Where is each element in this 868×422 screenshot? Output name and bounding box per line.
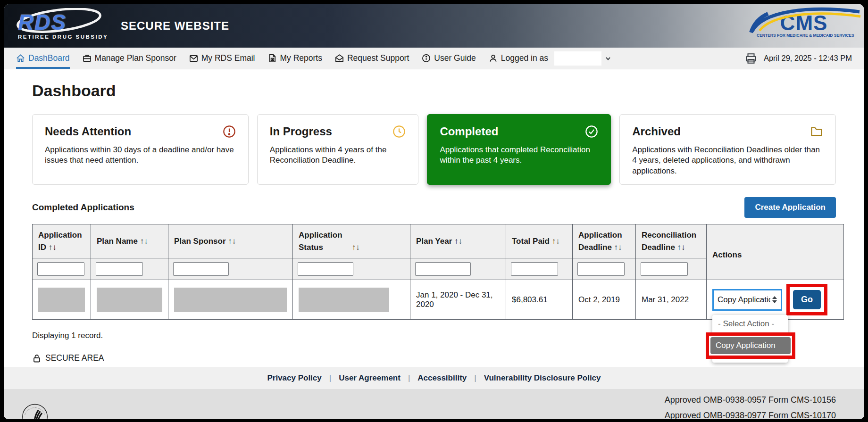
section-title: Completed Applications — [32, 202, 134, 213]
clock-icon — [392, 125, 406, 138]
footer-links: Privacy Policy | User Agreement | Access… — [4, 367, 864, 389]
home-icon — [16, 54, 25, 63]
col-plan-sponsor[interactable]: Plan Sponsor ↑↓ — [168, 224, 293, 258]
nav-label: My Reports — [280, 53, 322, 63]
filter-cell — [573, 258, 636, 280]
col-total-paid[interactable]: Total Paid ↑↓ — [506, 224, 573, 258]
logged-in-as-select[interactable] — [554, 51, 601, 66]
card-completed[interactable]: Completed Applications that completed Re… — [427, 114, 611, 185]
nav-label: DashBoard — [28, 53, 70, 63]
filter-input-plan-sponsor[interactable] — [173, 262, 229, 276]
col-plan-name[interactable]: Plan Name ↑↓ — [91, 224, 168, 258]
sort-icon[interactable]: ↑↓ — [454, 237, 462, 246]
nav-label: Manage Plan Sponsor — [95, 53, 176, 63]
lock-icon — [32, 354, 42, 363]
nav-item-request-support[interactable]: Request Support — [335, 48, 409, 69]
envelope-icon — [189, 54, 198, 63]
footer-link-accessibility[interactable]: Accessibility — [417, 373, 467, 383]
cell-total-paid: $6,803.61 — [506, 280, 573, 320]
card-archived[interactable]: Archived Applications with Reconciliatio… — [619, 114, 836, 185]
col-application-deadline[interactable]: Application Deadline ↑↓ — [573, 224, 636, 258]
card-desc: Applications within 30 days of a deadlin… — [45, 145, 236, 166]
chevron-down-icon — [605, 55, 611, 62]
filter-input-plan-year[interactable] — [415, 262, 471, 276]
nav-item-my-rds-email[interactable]: My RDS Email — [189, 48, 255, 69]
card-desc: Applications within 4 years of the Recon… — [270, 145, 406, 166]
nav-item-dashboard[interactable]: DashBoard — [16, 48, 70, 69]
footer-separator: | — [474, 373, 476, 383]
filter-cell — [636, 258, 707, 280]
footer-separator: | — [408, 373, 410, 383]
footer-link-privacy-policy[interactable]: Privacy Policy — [267, 373, 321, 383]
annotation-box-copy-application: Copy Application — [706, 332, 795, 359]
main-nav: DashBoard Manage Plan Sponsor My RDS Ema… — [4, 48, 864, 69]
nav-item-manage-plan-sponsor[interactable]: Manage Plan Sponsor — [83, 48, 176, 69]
table-row: Jan 1, 2020 - Dec 31, 2020 $6,803.61 Oct… — [33, 280, 844, 320]
filter-input-application-status[interactable] — [298, 262, 353, 276]
cms-arcs-icon — [743, 7, 861, 33]
sort-icon[interactable]: ↑↓ — [49, 243, 57, 252]
filter-input-application-id[interactable] — [37, 262, 84, 276]
table-section-head: Completed Applications Create Applicatio… — [32, 197, 836, 218]
nav-item-my-reports[interactable]: My Reports — [268, 48, 322, 69]
filter-cell — [168, 258, 293, 280]
check-circle-icon — [585, 125, 598, 138]
page-title: Dashboard — [32, 69, 836, 100]
cms-logo: CMS CENTERS FOR MEDICARE & MEDICAID SERV… — [757, 14, 851, 38]
sort-icon[interactable]: ↑↓ — [352, 243, 360, 252]
footer-link-vulnerability-disclosure[interactable]: Vulnerability Disclosure Policy — [484, 373, 601, 383]
col-reconciliation-deadline[interactable]: Reconciliation Deadline ↑↓ — [636, 224, 707, 258]
card-needs-attention[interactable]: Needs Attention Applications within 30 d… — [32, 114, 249, 185]
cell-application-status — [293, 280, 410, 320]
site-title: SECURE WEBSITE — [121, 19, 229, 33]
card-desc: Applications with Reconciliation Deadlin… — [632, 145, 823, 176]
dropdown-option-select-action[interactable]: - Select Action - — [712, 317, 788, 331]
sort-icon[interactable]: ↑↓ — [140, 237, 148, 246]
cell-reconciliation-deadline: Mar 31, 2022 — [636, 280, 707, 320]
col-application-status[interactable]: Application Status ↑↓ — [293, 224, 410, 258]
col-application-id[interactable]: Application ID ↑↓ — [33, 224, 91, 258]
nav-label: Request Support — [347, 53, 409, 63]
filter-cell — [410, 258, 506, 280]
filter-cell — [293, 258, 410, 280]
annotation-box-go: Go — [786, 284, 827, 315]
footer-separator: | — [329, 373, 331, 383]
filter-input-plan-name[interactable] — [96, 262, 143, 276]
support-envelope-icon — [335, 54, 344, 63]
sort-icon[interactable]: ↑↓ — [614, 243, 622, 252]
card-desc: Applications that completed Reconciliati… — [440, 145, 598, 166]
redacted-value — [174, 288, 287, 312]
status-cards: Needs Attention Applications within 30 d… — [32, 114, 836, 185]
col-actions: Actions — [707, 224, 844, 280]
cell-plan-sponsor — [168, 280, 293, 320]
report-file-icon — [268, 54, 277, 63]
action-select-value: Copy Applicatio — [718, 295, 770, 305]
nav-label: Logged in as — [501, 53, 548, 63]
card-title: Needs Attention — [45, 125, 131, 138]
filter-input-application-deadline[interactable] — [577, 262, 625, 276]
printer-icon[interactable] — [745, 52, 757, 65]
col-plan-year[interactable]: Plan Year ↑↓ — [410, 224, 506, 258]
nav-item-logged-in-as[interactable]: Logged in as — [489, 48, 611, 69]
dropdown-option-copy-application[interactable]: Copy Application — [710, 337, 791, 354]
sort-icon[interactable]: ↑↓ — [677, 243, 685, 252]
footer-approval: Approved OMB-0938-0957 Form CMS-10156 Ap… — [4, 389, 864, 419]
filter-input-reconciliation-deadline[interactable] — [641, 262, 688, 276]
nav-item-user-guide[interactable]: User Guide — [422, 48, 476, 69]
info-circle-icon — [422, 54, 431, 63]
cell-plan-year: Jan 1, 2020 - Dec 31, 2020 — [410, 280, 506, 320]
alert-circle-icon — [223, 125, 236, 138]
filter-input-total-paid[interactable] — [511, 262, 558, 276]
cms-subtitle: CENTERS FOR MEDICARE & MEDICAID SERVICES — [757, 33, 851, 38]
action-select[interactable]: Copy Applicatio — [712, 289, 782, 311]
footer-link-user-agreement[interactable]: User Agreement — [339, 373, 401, 383]
create-application-button[interactable]: Create Application — [744, 197, 836, 218]
hhs-seal-icon — [12, 401, 58, 419]
nav-label: User Guide — [434, 53, 476, 63]
browser-window: RDS RETIREE DRUG SUBSIDY SECURE WEBSITE … — [4, 4, 864, 419]
card-title: Completed — [440, 125, 498, 138]
go-button[interactable]: Go — [793, 290, 821, 309]
sort-icon[interactable]: ↑↓ — [228, 237, 236, 246]
sort-icon[interactable]: ↑↓ — [552, 237, 560, 246]
card-in-progress[interactable]: In Progress Applications within 4 years … — [257, 114, 419, 185]
